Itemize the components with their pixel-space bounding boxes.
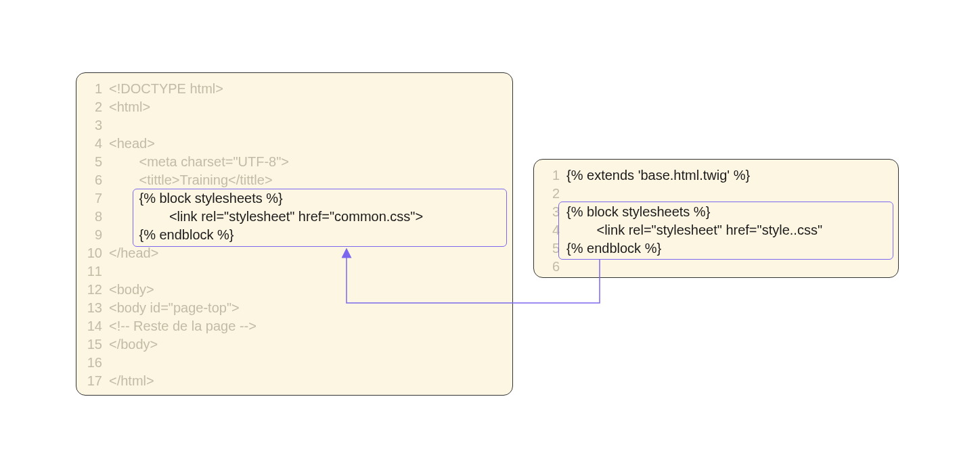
line-number: 5	[539, 239, 566, 258]
code-text: </html>	[109, 372, 154, 390]
code-block-left: 1<!DOCTYPE html>2<html>34<head>5 <meta c…	[82, 80, 502, 390]
line-number: 6	[82, 171, 109, 189]
child-template-panel: 1{% extends 'base.html.twig' %}23{% bloc…	[533, 159, 899, 278]
line-number: 16	[82, 354, 109, 372]
line-number: 2	[82, 98, 109, 116]
code-text: <link rel="stylesheet" href="style..css"	[566, 221, 822, 239]
line-number: 5	[82, 153, 109, 171]
line-number: 10	[82, 244, 109, 262]
line-number: 15	[82, 335, 109, 354]
code-line: 17</html>	[82, 372, 502, 390]
line-number: 14	[82, 317, 109, 335]
code-line: 4<head>	[82, 135, 502, 153]
base-template-panel: 1<!DOCTYPE html>2<html>34<head>5 <meta c…	[76, 72, 513, 396]
code-line: 12<body>	[82, 281, 502, 299]
line-number: 6	[539, 258, 566, 276]
code-line: 4 <link rel="stylesheet" href="style..cs…	[539, 221, 887, 239]
code-line: 5 <meta charset="UTF-8">	[82, 153, 502, 171]
code-text: {% block stylesheets %}	[566, 203, 710, 221]
code-line: 1<!DOCTYPE html>	[82, 80, 502, 98]
code-text: <body id="page-top">	[109, 299, 240, 317]
code-line: 5{% endblock %}	[539, 239, 887, 258]
code-text: <body>	[109, 281, 154, 299]
code-line: 2	[539, 185, 887, 203]
line-number: 4	[82, 135, 109, 153]
line-number: 3	[82, 116, 109, 135]
code-line: 8 <link rel="stylesheet" href="common.cs…	[82, 208, 502, 226]
code-block-right: 1{% extends 'base.html.twig' %}23{% bloc…	[539, 166, 887, 276]
code-text: {% extends 'base.html.twig' %}	[566, 166, 750, 185]
code-line: 3{% block stylesheets %}	[539, 203, 887, 221]
code-line: 7 {% block stylesheets %}	[82, 189, 502, 208]
code-line: 6	[539, 258, 887, 276]
code-text: <link rel="stylesheet" href="common.css"…	[109, 208, 423, 226]
code-line: 6 <tittle>Training</tittle>	[82, 171, 502, 189]
code-line: 16	[82, 354, 502, 372]
line-number: 13	[82, 299, 109, 317]
line-number: 9	[82, 226, 109, 244]
code-line: 14<!-- Reste de la page -->	[82, 317, 502, 335]
code-line: 9 {% endblock %}	[82, 226, 502, 244]
code-text: {% block stylesheets %}	[109, 189, 283, 208]
code-line: 10</head>	[82, 244, 502, 262]
line-number: 4	[539, 221, 566, 239]
code-text: <meta charset="UTF-8">	[109, 153, 289, 171]
line-number: 1	[82, 80, 109, 98]
code-text: <head>	[109, 135, 155, 153]
line-number: 12	[82, 281, 109, 299]
code-text: <!-- Reste de la page -->	[109, 317, 257, 335]
line-number: 11	[82, 262, 109, 281]
line-number: 7	[82, 189, 109, 208]
line-number: 3	[539, 203, 566, 221]
code-text: <tittle>Training</tittle>	[109, 171, 273, 189]
code-line: 15</body>	[82, 335, 502, 354]
code-text: {% endblock %}	[566, 239, 661, 258]
code-text: </head>	[109, 244, 158, 262]
code-line: 2<html>	[82, 98, 502, 116]
line-number: 1	[539, 166, 566, 185]
code-text: {% endblock %}	[109, 226, 234, 244]
code-text: </body>	[109, 335, 158, 354]
code-line: 1{% extends 'base.html.twig' %}	[539, 166, 887, 185]
code-text: <html>	[109, 98, 150, 116]
code-line: 13<body id="page-top">	[82, 299, 502, 317]
code-line: 3	[82, 116, 502, 135]
code-line: 11	[82, 262, 502, 281]
line-number: 8	[82, 208, 109, 226]
line-number: 2	[539, 185, 566, 203]
code-text: <!DOCTYPE html>	[109, 80, 223, 98]
line-number: 17	[82, 372, 109, 390]
